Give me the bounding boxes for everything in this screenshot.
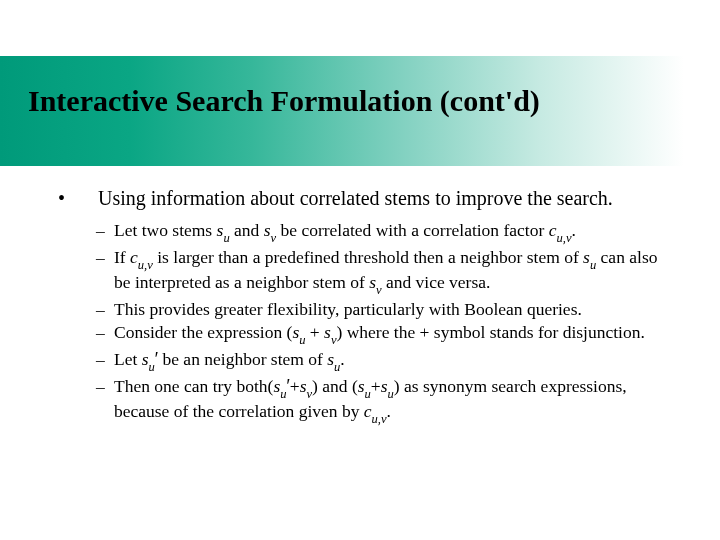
sub-item-a: – Let two stems su and sv be correlated … <box>114 220 674 245</box>
dash-icon: – <box>96 220 105 241</box>
sub-item-e: – Let su′ be an neighbor stem of su. <box>114 349 674 374</box>
dash-icon: – <box>96 247 105 268</box>
text: If cu,v is larger than a predefined thre… <box>114 247 657 292</box>
sub-item-f: – Then one can try both(su′+sv) and (su+… <box>114 376 674 426</box>
slide-body: • Using information about correlated ste… <box>78 186 678 427</box>
text: Then one can try both(su′+sv) and (su+su… <box>114 376 627 421</box>
dash-icon: – <box>96 349 105 370</box>
dash-icon: – <box>96 322 105 343</box>
text: Let su′ be an neighbor stem of su. <box>114 349 345 369</box>
dash-icon: – <box>96 376 105 397</box>
sub-item-d: – Consider the expression (su + sv) wher… <box>114 322 674 347</box>
bullet-icon: • <box>58 186 65 210</box>
sub-item-b: – If cu,v is larger than a predefined th… <box>114 247 674 297</box>
sub-item-c: – This provides greater flexibility, par… <box>114 299 674 320</box>
slide: Interactive Search Formulation (cont'd) … <box>0 0 720 540</box>
text: Consider the expression (su + sv) where … <box>114 322 645 342</box>
sub-list: – Let two stems su and sv be correlated … <box>114 220 674 425</box>
bullet-item: • Using information about correlated ste… <box>78 186 678 210</box>
slide-title: Interactive Search Formulation (cont'd) <box>28 84 704 119</box>
text: This provides greater flexibility, parti… <box>114 299 582 319</box>
dash-icon: – <box>96 299 105 320</box>
text: Let two stems su and sv be correlated wi… <box>114 220 576 240</box>
bullet-text: Using information about correlated stems… <box>78 186 678 210</box>
